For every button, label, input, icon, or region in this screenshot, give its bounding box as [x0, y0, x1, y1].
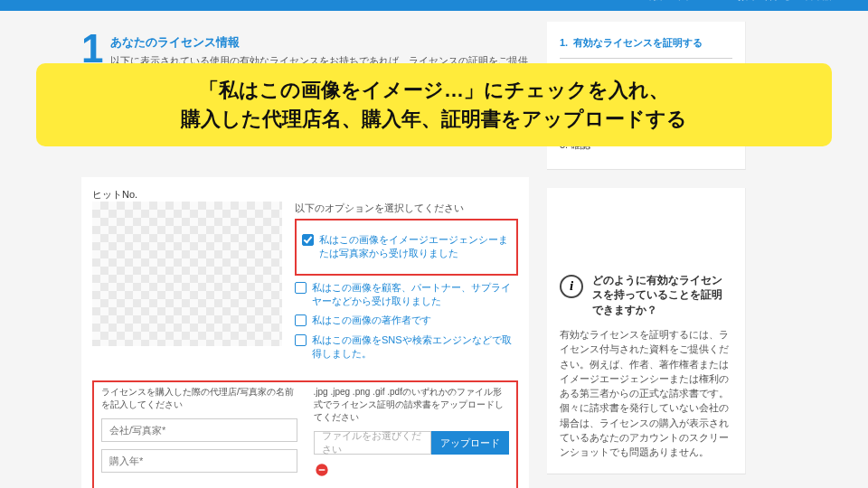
agency-input[interactable]	[101, 418, 297, 442]
banner-line-2: 購入した代理店名、購入年、証明書をアップロードする	[54, 105, 814, 134]
step-number: 1	[81, 31, 103, 67]
upload-caption: .jpg .jpeg .png .gif .pdfのいずれかのファイル形式でライ…	[314, 386, 510, 424]
instruction-banner: 「私はこの画像をイメージ…」にチェックを入れ、 購入した代理店名、購入年、証明書…	[36, 63, 832, 146]
input-highlight-box: ライセンスを購入した際の代理店/写真家の名前を記入してください .jpg .jp…	[92, 380, 518, 488]
option-label: 私はこの画像を顧客、パートナー、サプライヤーなどから受け取りました	[312, 281, 518, 309]
option-author[interactable]: 私はこの画像の著作者です	[295, 314, 518, 327]
sidebar-info-card: i どのように有効なライセンスを持っていることを証明できますか？ 有効なライセン…	[547, 188, 746, 475]
info-icon: i	[560, 275, 583, 298]
hit-thumbnail	[92, 202, 282, 346]
step-title: あなたのライセンス情報	[110, 34, 528, 51]
options-heading: 以下のオプションを選択してください	[295, 202, 518, 215]
sidebar-info-text: 有効なライセンスを証明するには、ライセンス付与された資料をご提供ください。例えば…	[560, 327, 732, 459]
delete-icon[interactable]	[314, 462, 330, 478]
option-highlight-box: 私はこの画像をイメージエージェンシーまたは写真家から受け取りました	[295, 219, 518, 276]
option-label: 私はこの画像をイメージエージェンシーまたは写真家から受け取りました	[319, 233, 511, 261]
sidebar-info-title: どのように有効なライセンスを持っていることを証明できますか？	[592, 273, 732, 318]
header-link[interactable]: 日本語	[805, 0, 832, 3]
top-header: COPYTRACK SETTLEMENT PORTAL ご利用ガイド| FAQ|…	[0, 0, 868, 11]
banner-line-1: 「私はこの画像をイメージ…」にチェックを入れ、	[54, 76, 814, 105]
checkbox-icon	[295, 282, 307, 294]
portal-title: COPYTRACK SETTLEMENT PORTAL	[90, 0, 287, 2]
header-link[interactable]: お問い合わせ	[737, 0, 791, 3]
upload-button[interactable]: アップロード	[431, 431, 509, 455]
option-agency[interactable]: 私はこの画像をイメージエージェンシーまたは写真家から受け取りました	[302, 233, 511, 261]
sidebar-step-1[interactable]: 1.有効なライセンスを証明する	[560, 34, 732, 59]
option-customer[interactable]: 私はこの画像を顧客、パートナー、サプライヤーなどから受け取りました	[295, 281, 518, 309]
option-label: 私はこの画像の著作者です	[312, 314, 431, 327]
agency-caption: ライセンスを購入した際の代理店/写真家の名前を記入してください	[101, 386, 297, 411]
checkbox-icon	[295, 334, 307, 346]
checkbox-icon	[302, 234, 314, 246]
header-link[interactable]: FAQ	[706, 0, 724, 3]
license-form: ヒットNo. 以下のオプションを選択してください 私はこの画像をイメージエージェ…	[81, 177, 529, 488]
checkbox-icon	[295, 314, 307, 326]
header-links: ご利用ガイド| FAQ| お問い合わせ| 日本語	[638, 0, 832, 3]
file-input[interactable]: ファイルをお選びください	[314, 431, 432, 455]
hit-number-label: ヒットNo.	[92, 188, 518, 202]
header-link[interactable]: ご利用ガイド	[638, 0, 693, 3]
option-sns[interactable]: 私はこの画像をSNSや検索エンジンなどで取得しました。	[295, 333, 518, 361]
option-label: 私はこの画像をSNSや検索エンジンなどで取得しました。	[312, 333, 518, 361]
year-input[interactable]	[101, 449, 297, 473]
